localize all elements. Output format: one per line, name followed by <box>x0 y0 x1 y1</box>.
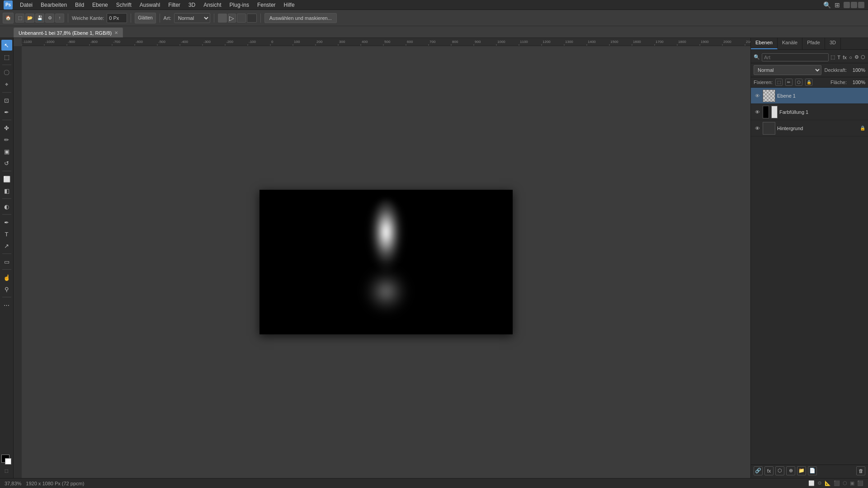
refine-edge-btn3[interactable] <box>237 14 246 23</box>
tab-ebenen[interactable]: Ebenen <box>751 38 778 49</box>
arrange-icon[interactable]: ⊞ <box>835 1 840 9</box>
search-icon[interactable]: 🔍 <box>823 1 831 9</box>
path-sel-btn[interactable]: ↗ <box>1 240 12 251</box>
type-tool-btn[interactable]: T <box>1 229 12 239</box>
dodge-tool-btn[interactable]: ◐ <box>1 201 12 212</box>
layer-item-hintergrund[interactable]: 👁 Hintergrund 🔒 <box>751 120 868 136</box>
menu-fenster[interactable]: Fenster <box>254 1 279 9</box>
svg-text:0: 0 <box>271 40 274 44</box>
layer-eye-hintergrund[interactable]: 👁 <box>754 125 761 132</box>
eyedropper-tool-btn[interactable]: ✒ <box>1 107 12 117</box>
maximize-btn[interactable] <box>851 2 857 8</box>
select-mask-btn[interactable]: Auswählen und maskieren... <box>264 13 337 23</box>
pen-tool-btn[interactable]: ✒ <box>1 217 12 228</box>
glitter-btn[interactable]: Glätten <box>135 13 156 23</box>
gradient-tool-btn[interactable]: ◧ <box>1 185 12 196</box>
background-swatch[interactable] <box>5 458 11 465</box>
extra-tools-btn[interactable]: ⋯ <box>1 300 12 310</box>
svg-text:-1000: -1000 <box>45 40 55 44</box>
menu-auswahl[interactable]: Auswahl <box>136 1 164 9</box>
close-btn[interactable] <box>858 2 864 8</box>
hand-tool-btn[interactable]: ☝ <box>1 272 12 283</box>
refine-edge-btn4[interactable] <box>247 14 257 23</box>
layer-text-filter-btn[interactable]: T <box>837 53 841 61</box>
zoom-tool-btn[interactable]: ⚲ <box>1 284 12 295</box>
menu-3d[interactable]: 3D <box>185 1 199 9</box>
svg-text:1400: 1400 <box>588 40 596 44</box>
minimize-btn[interactable] <box>844 2 850 8</box>
add-style-btn[interactable]: fx <box>764 466 774 475</box>
layer-smart-filter-btn[interactable]: ⚙ <box>854 53 859 61</box>
refine-edge-btn1[interactable] <box>218 14 227 23</box>
quick-select-tool-btn[interactable]: ⌖ <box>1 79 12 90</box>
menu-filter[interactable]: Filter <box>165 1 184 9</box>
canvas-area: -1100 -1000 -900 -800 -700 -600 -500 -40… <box>14 38 750 478</box>
tab-close-btn[interactable]: ✕ <box>114 30 118 35</box>
fill-value[interactable]: 100% <box>849 80 865 85</box>
svg-text:-1100: -1100 <box>23 40 32 44</box>
save-btn[interactable]: 💾 <box>35 14 44 23</box>
lock-artboards-btn[interactable]: ⬡ <box>795 79 802 86</box>
layer-thumb-farbfuellung-black <box>763 106 769 118</box>
layer-mode-filter-btn[interactable]: ○ <box>849 53 853 61</box>
history-brush-btn[interactable]: ↺ <box>1 158 12 169</box>
share-btn[interactable]: ↑ <box>55 14 64 23</box>
menu-bild[interactable]: Bild <box>71 1 88 9</box>
layer-type-filter-btn[interactable]: ⬚ <box>830 53 835 61</box>
lock-pixels-btn[interactable]: ⬚ <box>775 79 783 86</box>
layer-item-farbfuellung[interactable]: 👁 Farbfüllung 1 <box>751 104 868 120</box>
lock-position-btn[interactable]: ✏ <box>785 79 793 86</box>
layer-eye-ebene1[interactable]: 👁 <box>754 92 761 99</box>
soft-edge-label: Weiche Kante: <box>72 15 104 21</box>
tab-kanaele[interactable]: Kanäle <box>778 38 802 49</box>
add-adjustment-btn[interactable]: ⊕ <box>786 466 795 475</box>
canvas-wrapper[interactable] <box>22 46 750 478</box>
layer-mode-select[interactable]: Normal <box>754 65 821 75</box>
add-group-btn[interactable]: 📁 <box>797 466 806 475</box>
style-select[interactable]: Normal <box>174 13 210 23</box>
open-btn[interactable]: 📂 <box>25 14 34 23</box>
home-btn[interactable]: 🏠 <box>3 13 14 23</box>
menu-ansicht[interactable]: Ansicht <box>200 1 225 9</box>
layer-fx-filter-btn[interactable]: fx <box>843 53 847 61</box>
crop-tool-btn[interactable]: ⊡ <box>1 95 12 106</box>
svg-text:400: 400 <box>362 40 368 44</box>
opacity-value[interactable]: 100% <box>849 67 865 73</box>
layer-thumb-hintergrund <box>763 122 775 135</box>
menu-bearbeiten[interactable]: Bearbeiten <box>37 1 71 9</box>
menu-datei[interactable]: Datei <box>16 1 36 9</box>
layer-eye-farbfuellung[interactable]: 👁 <box>754 108 761 116</box>
add-layer-btn[interactable]: 📄 <box>808 466 817 475</box>
layer-item-ebene1[interactable]: 👁 Ebene 1 <box>751 88 868 104</box>
link-layers-btn[interactable]: 🔗 <box>754 466 763 475</box>
brush-tool-btn[interactable]: ✏ <box>1 134 12 145</box>
rectangle-tool-btn[interactable]: ▭ <box>1 256 12 267</box>
tab-3d[interactable]: 3D <box>825 38 841 49</box>
move-tool-btn[interactable]: ↖ <box>1 40 12 51</box>
heal-tool-btn[interactable]: ✤ <box>1 122 12 133</box>
tool-sep-7 <box>2 253 11 254</box>
refine-edge-btn2[interactable]: ▷ <box>228 14 236 23</box>
lasso-tool-btn[interactable]: 〇 <box>1 67 12 78</box>
add-mask-btn[interactable]: ⬡ <box>775 466 784 475</box>
menu-schrift[interactable]: Schrift <box>113 1 135 9</box>
delete-layer-btn[interactable]: 🗑 <box>856 466 865 475</box>
menu-hilfe[interactable]: Hilfe <box>280 1 298 9</box>
color-swatches[interactable] <box>1 455 12 465</box>
panel-bottom-buttons: 🔗 fx ⬡ ⊕ 📁 📄 🗑 <box>751 465 868 476</box>
layer-linked-filter-btn[interactable]: ⬡ <box>861 53 865 61</box>
mode-toggle-btn[interactable]: ⬚ <box>1 465 12 476</box>
stamp-tool-btn[interactable]: ▣ <box>1 146 12 157</box>
document-tab[interactable]: Unbenannt-1 bei 37,8% (Ebene 1, RGB/8) ✕ <box>14 28 123 38</box>
tab-pfade[interactable]: Pfade <box>802 38 825 49</box>
selection-tool-btn[interactable]: ⬚ <box>1 52 12 62</box>
layer-search-input[interactable] <box>762 53 829 61</box>
soft-edge-input[interactable] <box>107 13 127 23</box>
menu-plugins[interactable]: Plug-ins <box>226 1 253 9</box>
new-layer-btn[interactable]: ⬚ <box>15 14 24 23</box>
eraser-tool-btn[interactable]: ⬜ <box>1 174 12 184</box>
extra-btn[interactable]: ⚙ <box>45 14 54 23</box>
lock-all-btn[interactable]: 🔒 <box>805 79 812 86</box>
tool-sep-3 <box>2 120 11 120</box>
menu-ebene[interactable]: Ebene <box>89 1 112 9</box>
